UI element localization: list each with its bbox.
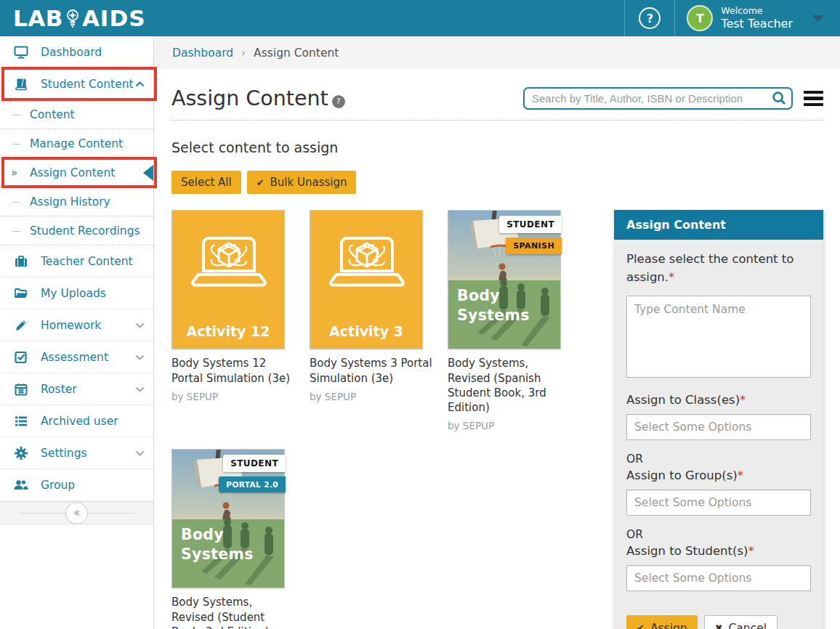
welcome-label: Welcome	[721, 5, 793, 17]
chevron-up-icon	[135, 81, 145, 87]
sidebar-item-group[interactable]: Group	[0, 469, 153, 501]
card-author: by SEPUP	[171, 391, 285, 402]
sidebar-item-my-uploads[interactable]: My Uploads	[0, 277, 153, 309]
student-badge: STUDENT	[223, 455, 286, 472]
breadcrumb-current: Assign Content	[254, 46, 339, 60]
pencil-icon	[12, 318, 30, 333]
sidebar-item-student-recordings[interactable]: Student Recordings	[0, 216, 153, 245]
logo-aids-text: AIDS	[82, 7, 146, 30]
sidebar-item-homework[interactable]: Homework	[0, 309, 153, 341]
card-title: Body Systems, Revised (Student Book, 3rd…	[171, 595, 296, 629]
sidebar-item-label: Homework	[41, 319, 101, 332]
laptop-cube-icon	[327, 230, 407, 293]
content-select-label: Please select the content to assign.*	[626, 251, 811, 287]
help-icon: ?	[639, 7, 661, 29]
cancel-button-label: Cancel	[729, 622, 767, 629]
sidebar-item-dashboard[interactable]: Dashboard	[0, 36, 153, 68]
sidebar-item-label: Content	[30, 108, 75, 121]
sidebar-item-label: Dashboard	[41, 46, 102, 59]
sidebar-item-roster[interactable]: Roster	[0, 373, 153, 405]
spanish-badge: SPANISH	[506, 238, 562, 254]
title-row: Assign Content?	[171, 78, 823, 110]
sidebar-item-label: Assessment	[41, 351, 108, 364]
content-card[interactable]: Activity 3 Body Systems 3 Portal Simulat…	[310, 210, 423, 431]
chevron-down-icon	[812, 15, 824, 22]
classes-select-input[interactable]	[626, 414, 811, 440]
menu-bar	[804, 97, 823, 100]
groups-select-input[interactable]	[626, 490, 811, 516]
briefcase-icon	[12, 254, 30, 269]
labaids-logo[interactable]: LAB AIDS	[13, 7, 145, 30]
sidebar-item-content[interactable]: Content	[0, 100, 153, 129]
sidebar-item-archived-user[interactable]: Archived user	[0, 405, 153, 437]
breadcrumb-separator: ›	[241, 46, 246, 60]
assign-to-classes-label: Assign to Class(es)*	[626, 393, 811, 407]
menu-icon[interactable]	[804, 91, 823, 107]
search-icon[interactable]	[772, 91, 787, 109]
user-name: Test Teacher	[721, 17, 793, 31]
check-icon: ✔	[637, 622, 645, 629]
topbar-right: ? T Welcome Test Teacher	[624, 0, 840, 36]
body-row: Activity 12 Body Systems 12 Portal Simul…	[171, 210, 823, 629]
sidebar-collapse-row: «	[0, 501, 153, 524]
section-heading: Select content to assign	[171, 139, 823, 155]
title-tools	[523, 87, 823, 110]
book-icon	[12, 77, 30, 92]
page-help-icon[interactable]: ?	[332, 95, 345, 108]
sidebar-item-settings[interactable]: Settings	[0, 437, 153, 469]
folder-open-icon	[12, 286, 30, 301]
breadcrumb: Dashboard › Assign Content	[154, 36, 840, 69]
student-content-submenu: Content Manage Content » Assign Content …	[0, 100, 153, 245]
active-item-marker: »	[11, 166, 17, 179]
select-all-button[interactable]: Select All	[171, 171, 241, 194]
search-box	[523, 87, 793, 110]
gear-icon	[12, 446, 30, 460]
card-title: Body Systems, Revised (Spanish Student B…	[448, 356, 573, 415]
list-icon	[12, 414, 30, 429]
or-label: OR	[626, 453, 811, 466]
cover-title: Body Systems	[181, 525, 261, 564]
sidebar-item-assessment[interactable]: Assessment	[0, 341, 153, 373]
dotted-separator	[171, 120, 823, 121]
actions-row: Select All ✔ Bulk Unassign	[171, 171, 823, 194]
bulk-unassign-button[interactable]: ✔ Bulk Unassign	[247, 171, 357, 194]
sidebar-collapse-button[interactable]: «	[65, 502, 88, 524]
search-input[interactable]	[523, 87, 793, 110]
assign-content-panel: Assign Content Please select the content…	[614, 210, 823, 629]
assign-to-groups-label-text: Assign to Group(s)	[626, 468, 738, 482]
book-cover: Body Systems STUDENT SPANISH	[448, 210, 561, 349]
sidebar-item-label: Teacher Content	[41, 255, 133, 268]
sidebar-item-teacher-content[interactable]: Teacher Content	[0, 245, 153, 277]
sidebar-item-student-content[interactable]: Student Content	[0, 68, 153, 100]
sidebar-item-manage-content[interactable]: Manage Content	[0, 129, 153, 158]
assign-to-classes-label-text: Assign to Class(es)	[626, 393, 740, 407]
assign-to-students-label-text: Assign to Student(s)	[626, 544, 748, 558]
activity-card-cover: Activity 12	[171, 210, 285, 349]
cancel-button[interactable]: ✖ Cancel	[704, 615, 778, 629]
assign-button[interactable]: ✔ Assign	[626, 615, 698, 629]
card-title: Body Systems 3 Portal Simulation (3e)	[310, 356, 435, 386]
content-card[interactable]: Body Systems STUDENT PORTAL 2.0 Body Sys…	[171, 449, 285, 629]
menu-bar	[804, 91, 823, 94]
content-card[interactable]: Body Systems STUDENT SPANISH Body System…	[448, 210, 561, 431]
sidebar-item-assign-history[interactable]: Assign History	[0, 187, 153, 216]
main-content: Dashboard › Assign Content Assign Conten…	[154, 36, 840, 629]
content-card[interactable]: Activity 12 Body Systems 12 Portal Simul…	[171, 210, 285, 431]
breadcrumb-dashboard-link[interactable]: Dashboard	[172, 46, 233, 60]
assign-button-label: Assign	[650, 622, 687, 629]
students-select-input[interactable]	[626, 565, 811, 591]
help-button[interactable]: ?	[625, 0, 674, 36]
panel-title: Assign Content	[614, 210, 823, 240]
logo-lab-text: LAB	[13, 7, 63, 30]
sidebar-item-label: My Uploads	[41, 287, 106, 300]
sidebar: Dashboard Student Content Content Manage…	[0, 36, 154, 629]
sidebar-item-label: Roster	[41, 383, 77, 396]
student-badge: STUDENT	[499, 216, 562, 233]
card-author: by SEPUP	[448, 420, 561, 431]
lightbulb-icon	[65, 8, 80, 31]
user-menu[interactable]: T Welcome Test Teacher	[675, 5, 840, 31]
sidebar-item-assign-content[interactable]: » Assign Content	[0, 158, 153, 187]
required-asterisk: *	[738, 468, 743, 482]
content-name-input[interactable]	[626, 296, 811, 378]
sidebar-item-label: Student Recordings	[30, 224, 140, 238]
